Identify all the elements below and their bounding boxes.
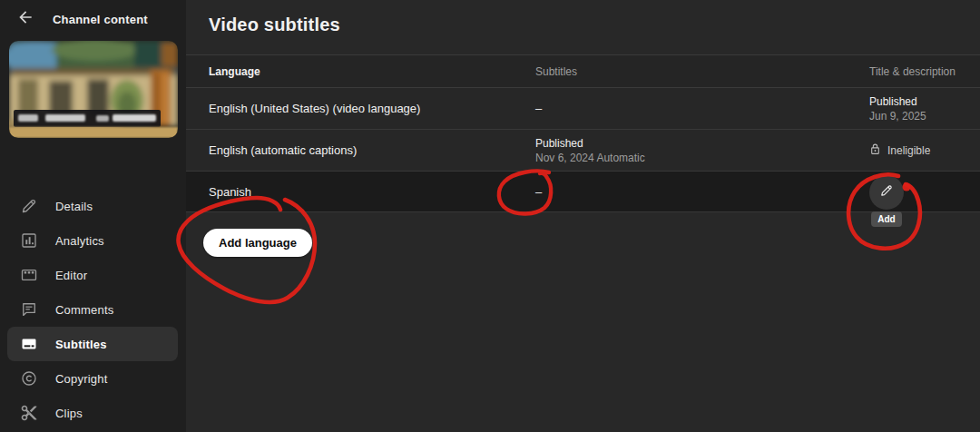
copyright-icon	[18, 368, 40, 389]
pencil-icon	[879, 183, 894, 201]
sidebar-item-comments[interactable]: Comments	[0, 292, 186, 327]
back-button[interactable]	[7, 1, 44, 37]
film-strip-icon	[18, 264, 40, 286]
sidebar-menu: Details Analytics Editor Comments	[0, 189, 186, 430]
video-thumbnail-image	[9, 41, 178, 138]
subtitles-status: Published	[535, 136, 645, 151]
column-header-title-description: Title & description	[869, 55, 956, 88]
column-header-subtitles: Subtitles	[535, 55, 577, 88]
scissors-icon	[18, 402, 40, 424]
sidebar-item-label: Analytics	[55, 234, 104, 248]
sidebar-title: Channel content	[53, 13, 148, 26]
subtitles-date: Nov 6, 2024 Automatic	[535, 151, 645, 165]
subtitles-cell: –	[535, 88, 542, 130]
title-description-cell: Ineligible	[869, 130, 930, 172]
language-cell: English (United States) (video language)	[209, 88, 420, 130]
sidebar-item-label: Clips	[55, 407, 83, 420]
sidebar-item-label: Details	[55, 200, 93, 213]
sidebar-item-label: Copyright	[55, 372, 107, 386]
sidebar-item-label: Editor	[55, 269, 87, 282]
sidebar-item-subtitles[interactable]: Subtitles	[0, 327, 186, 361]
table-row-english-us[interactable]: English (United States) (video language)…	[186, 88, 980, 130]
title-date: Jun 9, 2025	[869, 109, 926, 123]
subtitles-icon	[18, 333, 40, 355]
arrow-left-icon	[16, 8, 34, 30]
title-status: Published	[869, 94, 926, 109]
sidebar-header: Channel content	[0, 0, 186, 38]
table-header: Language Subtitles Title & description	[186, 54, 980, 88]
language-cell: Spanish	[209, 172, 251, 213]
bar-chart-icon	[18, 230, 40, 251]
language-cell: English (automatic captions)	[209, 130, 357, 172]
add-tooltip: Add	[871, 211, 902, 227]
sidebar-item-editor[interactable]: Editor	[0, 258, 186, 292]
lock-icon	[869, 143, 881, 158]
add-language-button[interactable]: Add language	[203, 229, 312, 257]
sidebar-item-clips[interactable]: Clips	[0, 396, 186, 430]
sidebar: Channel content	[0, 0, 186, 432]
column-header-language: Language	[209, 55, 260, 88]
sidebar-item-details[interactable]: Details	[0, 189, 186, 223]
main-content: Video subtitles Language Subtitles Title…	[186, 0, 980, 432]
comment-icon	[18, 299, 40, 320]
video-thumbnail[interactable]	[9, 41, 178, 138]
sidebar-item-label: Subtitles	[55, 338, 107, 351]
title-description-cell: Published Jun 9, 2025	[869, 94, 926, 123]
page-title: Video subtitles	[209, 15, 340, 35]
subtitles-cell: Published Nov 6, 2024 Automatic	[535, 136, 645, 165]
pencil-icon	[18, 195, 40, 217]
sidebar-item-copyright[interactable]: Copyright	[0, 361, 186, 396]
table-row-english-auto[interactable]: English (automatic captions) Published N…	[186, 130, 980, 172]
youtube-studio-subtitles-page: Channel content	[0, 0, 980, 432]
spanish-edit-button[interactable]	[869, 175, 904, 210]
sidebar-item-label: Comments	[55, 303, 113, 317]
table-row-spanish[interactable]: Spanish –	[186, 172, 980, 212]
title-status: Ineligible	[887, 144, 930, 157]
sidebar-item-analytics[interactable]: Analytics	[0, 223, 186, 258]
spanish-subtitles-dash: –	[535, 172, 542, 213]
